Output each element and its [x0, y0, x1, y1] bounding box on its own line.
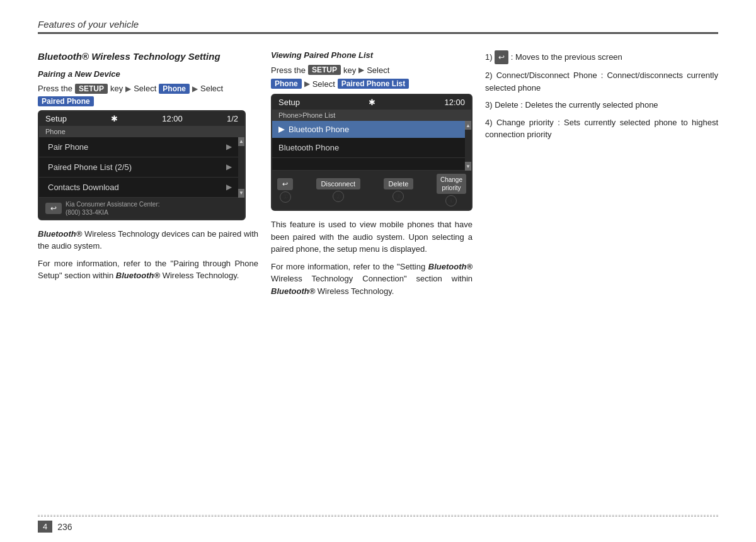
phone-chip: Phone — [159, 84, 190, 94]
screen2-list: Bluetooth Phone Bluetooth Phone — [272, 121, 465, 171]
instruction-line-2: Press the SETUP key ▶ Select — [271, 65, 472, 75]
screen2-scrollbar: ▲ ▼ — [465, 121, 471, 171]
mid-body-1: This feature is used to view mobile phon… — [271, 218, 472, 256]
screen2-list-item[interactable]: Bluetooth Phone — [272, 138, 465, 158]
screen1-list: Pair Phone ▶ Paired Phone List (2/5) ▶ C… — [39, 137, 238, 198]
setup-chip: SETUP — [75, 84, 108, 94]
numbered-list: 1) ↩ : Moves to the previous screen 2) C… — [485, 50, 718, 141]
footer-disconnect-btn[interactable]: Disconnect — [316, 178, 360, 189]
screen2-subheader: Phone>Phone List — [272, 110, 471, 121]
mid-column: Viewing Paired Phone List Press the SETU… — [271, 50, 485, 504]
menu-item-paired-phone-list[interactable]: Paired Phone List (2/5) ▶ — [39, 157, 238, 178]
left-column: Bluetooth® Wireless Technology Setting P… — [38, 50, 271, 504]
screen2-time: 12:00 — [444, 98, 465, 107]
play-icon — [278, 127, 285, 133]
select-label: Select — [134, 84, 156, 93]
key-label-2: key — [343, 65, 356, 75]
page-number: 236 — [57, 522, 72, 532]
select-label-2: Select — [200, 84, 223, 93]
phone-chip-2: Phone — [271, 79, 302, 89]
screen1-time: 12:00 — [162, 114, 183, 123]
screen2-title: Setup — [278, 98, 300, 107]
screen1-footer-text: Kia Consumer Assistance Center: (800) 33… — [66, 200, 160, 217]
item3-text: 3) Delete : Deletes the currently select… — [485, 100, 658, 110]
main-content: Bluetooth® Wireless Technology Setting P… — [38, 50, 718, 504]
screen2-footer: ↩ ① Disconnect ② Delete ③ Change priorit… — [272, 171, 471, 210]
screen1-footer: ↩ Kia Consumer Assistance Center: (800) … — [39, 198, 244, 219]
menu-item-contacts-download[interactable]: Contacts Download ▶ — [39, 178, 238, 198]
footer-back-btn[interactable]: ↩ — [277, 178, 293, 190]
item2-text: 2) Connect/Disconnect Phone : Connect/di… — [485, 71, 718, 93]
page-header: Features of your vehicle — [38, 19, 718, 34]
screen1-bt-icon: ✱ — [111, 114, 118, 123]
item1-text: : Moves to the previous screen — [511, 52, 622, 62]
screen1-subheader: Phone — [39, 126, 244, 137]
left-body-2: For more information, refer to the "Pair… — [38, 257, 258, 282]
sub-title-pairing: Pairing a New Device — [38, 69, 258, 79]
press-label: Press the — [38, 84, 72, 93]
screen1-title: Setup — [45, 114, 67, 123]
select-label-3: Select — [367, 65, 389, 75]
instruction-line-2b: Phone ▶ Select Paired Phone List — [271, 79, 472, 89]
paired-list-chip: Paired Phone List — [338, 79, 409, 89]
screen1-header: Setup ✱ 12:00 1/2 — [39, 111, 244, 126]
right-column: 1) ↩ : Moves to the previous screen 2) C… — [485, 50, 718, 504]
screen1-menu-area: Pair Phone ▶ Paired Phone List (2/5) ▶ C… — [39, 137, 244, 198]
page-footer: 4 236 — [38, 515, 718, 533]
setup-chip-2: SETUP — [308, 65, 341, 75]
screen2-empty-item — [272, 158, 465, 171]
instruction-line-1: Press the SETUP key ▶ Select Phone ▶ Sel… — [38, 84, 258, 106]
key-label: key — [110, 84, 123, 93]
section-title-left: Bluetooth® Wireless Technology Setting — [38, 50, 258, 63]
sub-title-viewing: Viewing Paired Phone List — [271, 50, 472, 60]
paired-phone-chip: Paired Phone — [38, 96, 94, 106]
page-badge: 4 — [38, 521, 52, 533]
header-divider — [38, 32, 718, 34]
list-item-3: 3) Delete : Deletes the currently select… — [485, 99, 718, 111]
device-screen-2: Setup ✱ 12:00 Phone>Phone List Bluetooth… — [271, 94, 472, 211]
device-screen-1: Setup ✱ 12:00 1/2 Phone Pair Phone ▶ Pai… — [38, 110, 246, 220]
left-body-1: Bluetooth® Wireless Technology devices c… — [38, 228, 258, 252]
screen1-page: 1/2 — [227, 114, 238, 123]
screen2-content: Bluetooth Phone Bluetooth Phone ▲ ▼ — [272, 121, 471, 171]
list-item-4: 4) Change priority : Sets currently sele… — [485, 116, 718, 141]
screen1-back-btn[interactable]: ↩ — [45, 203, 62, 214]
screen2-selected-item[interactable]: Bluetooth Phone — [272, 121, 465, 138]
item1-num: 1) — [485, 52, 495, 62]
footer-delete-btn[interactable]: Delete — [384, 178, 414, 189]
item4-text: 4) Change priority : Sets currently sele… — [485, 118, 718, 140]
list-item-2: 2) Connect/Disconnect Phone : Connect/di… — [485, 69, 718, 94]
press-label-2: Press the — [271, 65, 306, 75]
screen1-scrollbar: ▲ ▼ — [238, 137, 244, 198]
back-arrow-icon: ↩ — [495, 50, 508, 64]
mid-body-2: For more information, refer to the "Sett… — [271, 261, 472, 298]
list-item-1: 1) ↩ : Moves to the previous screen — [485, 50, 718, 64]
footer-priority-btn[interactable]: Change priority — [437, 174, 466, 194]
header-title: Features of your vehicle — [38, 19, 718, 30]
menu-item-pair-phone[interactable]: Pair Phone ▶ — [39, 137, 238, 157]
screen2-header: Setup ✱ 12:00 — [272, 95, 471, 110]
screen2-bt-icon: ✱ — [369, 98, 375, 107]
select-label-4: Select — [312, 79, 335, 89]
